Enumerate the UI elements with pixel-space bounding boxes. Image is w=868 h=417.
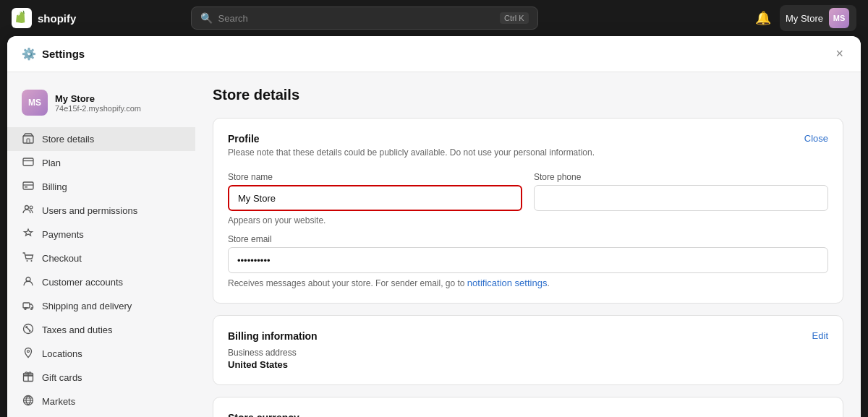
- sidebar-item-label: Markets: [42, 396, 75, 407]
- billing-edit-button[interactable]: Edit: [812, 330, 828, 341]
- store-email-helper: Receives messages about your store. For …: [228, 278, 828, 288]
- store-info-text: My Store 74e15f-2.myshopify.com: [55, 93, 141, 113]
- sidebar-item-label: Billing: [42, 181, 67, 192]
- sidebar-item-plan[interactable]: Plan: [7, 151, 195, 175]
- shipping-delivery-icon: [22, 299, 35, 313]
- sidebar-item-store-details[interactable]: Store details: [7, 127, 195, 151]
- sidebar-item-label: Gift cards: [42, 372, 82, 383]
- users-permissions-icon: [22, 204, 35, 218]
- bell-icon[interactable]: 🔔: [755, 10, 771, 26]
- settings-page-title: Settings: [42, 48, 85, 60]
- store-name: My Store: [55, 93, 141, 104]
- profile-section-title: Profile: [228, 133, 595, 145]
- sidebar-item-taxes-duties[interactable]: Taxes and duties: [7, 318, 195, 342]
- customer-accounts-icon: [22, 275, 35, 289]
- shopify-logo[interactable]: shopify: [12, 8, 76, 28]
- topbar-right: 🔔 My Store MS: [755, 5, 856, 31]
- search-icon: 🔍: [200, 12, 213, 24]
- sidebar-item-label: Locations: [42, 348, 82, 359]
- svg-rect-5: [23, 182, 33, 189]
- svg-rect-3: [23, 158, 33, 165]
- settings-body: MS My Store 74e15f-2.myshopify.com Store…: [7, 72, 861, 417]
- sidebar-item-label: Store details: [42, 134, 94, 145]
- store-name-group: Store name Appears on your website.: [228, 172, 522, 225]
- store-name-input[interactable]: [228, 185, 522, 211]
- markets-icon: [22, 395, 35, 408]
- svg-point-17: [27, 351, 30, 353]
- sidebar: MS My Store 74e15f-2.myshopify.com Store…: [7, 72, 195, 417]
- gear-icon: ⚙️: [22, 47, 36, 61]
- gift-cards-icon: [22, 371, 35, 384]
- store-info: MS My Store 74e15f-2.myshopify.com: [7, 84, 195, 127]
- store-phone-label: Store phone: [534, 172, 828, 182]
- store-name-helper: Appears on your website.: [228, 215, 522, 225]
- svg-rect-7: [25, 186, 27, 188]
- page-title: Store details: [213, 87, 843, 103]
- svg-point-10: [27, 260, 28, 262]
- profile-section-subtitle: Please note that these details could be …: [228, 147, 595, 158]
- store-domain: 74e15f-2.myshopify.com: [55, 104, 141, 113]
- svg-point-11: [31, 260, 33, 262]
- currency-section-title: Store currency: [228, 412, 828, 417]
- profile-title-group: Profile Please note that these details c…: [228, 133, 595, 169]
- sidebar-item-billing[interactable]: Billing: [7, 175, 195, 199]
- sidebar-item-shipping-delivery[interactable]: Shipping and delivery: [7, 294, 195, 318]
- sidebar-item-label: Payments: [42, 229, 84, 240]
- svg-point-14: [25, 309, 26, 310]
- store-name-label: Store name: [228, 172, 522, 182]
- svg-rect-2: [27, 139, 30, 143]
- profile-card: Profile Please note that these details c…: [213, 118, 843, 304]
- logo-text: shopify: [38, 12, 76, 25]
- business-address-label: Business address: [228, 348, 828, 358]
- store-email-label: Store email: [228, 234, 828, 244]
- svg-point-8: [25, 206, 29, 210]
- sidebar-item-label: Shipping and delivery: [42, 301, 132, 311]
- store-details-icon: [22, 132, 35, 146]
- avatar: MS: [829, 8, 849, 28]
- sidebar-item-label: Taxes and duties: [42, 324, 113, 335]
- store-phone-input[interactable]: [534, 185, 828, 211]
- sidebar-item-label: Users and permissions: [42, 205, 137, 216]
- sidebar-item-locations[interactable]: Locations: [7, 342, 195, 366]
- billing-card-header: Billing information Edit: [228, 330, 828, 345]
- profile-card-header: Profile Please note that these details c…: [228, 133, 828, 169]
- svg-rect-13: [23, 303, 30, 308]
- taxes-duties-icon: [22, 323, 35, 337]
- store-badge-text: My Store: [786, 13, 823, 24]
- sidebar-item-markets[interactable]: Markets: [7, 390, 195, 413]
- sidebar-item-users-permissions[interactable]: Users and permissions: [7, 199, 195, 223]
- billing-section-title: Billing information: [228, 330, 318, 342]
- store-selector[interactable]: My Store MS: [780, 5, 856, 31]
- payments-icon: [22, 228, 35, 241]
- search-bar[interactable]: 🔍 Ctrl K: [191, 7, 538, 30]
- sidebar-item-apps-sales-channels[interactable]: Apps and sales channels: [7, 413, 195, 417]
- store-phone-group: Store phone: [534, 172, 828, 225]
- svg-point-15: [31, 309, 33, 310]
- store-email-group: Store email Receives messages about your…: [228, 234, 828, 288]
- business-address-value: United States: [228, 359, 828, 370]
- sidebar-nav: Store details Plan Billing Users and per…: [7, 127, 195, 417]
- settings-window: ⚙️ Settings × MS My Store 74e15f-2.mysho…: [7, 36, 861, 417]
- sidebar-item-label: Plan: [42, 158, 61, 168]
- main-content: Store details Profile Please note that t…: [195, 72, 861, 417]
- store-email-input[interactable]: [228, 247, 828, 273]
- locations-icon: [22, 347, 35, 361]
- sidebar-item-payments[interactable]: Payments: [7, 223, 195, 246]
- search-shortcut: Ctrl K: [500, 12, 529, 24]
- sidebar-item-gift-cards[interactable]: Gift cards: [7, 366, 195, 390]
- store-avatar: MS: [22, 90, 48, 116]
- plan-icon: [22, 156, 35, 170]
- currency-card: Store currency The currency your product…: [213, 397, 843, 417]
- notification-settings-link[interactable]: notification settings: [467, 278, 548, 288]
- settings-title-row: ⚙️ Settings: [22, 47, 833, 61]
- billing-icon: [22, 180, 35, 194]
- close-button[interactable]: ×: [833, 43, 846, 64]
- checkout-icon: [22, 252, 35, 265]
- svg-point-9: [30, 206, 33, 209]
- sidebar-item-checkout[interactable]: Checkout: [7, 246, 195, 270]
- settings-header: ⚙️ Settings ×: [7, 36, 861, 72]
- profile-close-button[interactable]: Close: [804, 133, 828, 144]
- billing-card: Billing information Edit Business addres…: [213, 315, 843, 385]
- sidebar-item-customer-accounts[interactable]: Customer accounts: [7, 270, 195, 294]
- search-input[interactable]: [218, 13, 495, 24]
